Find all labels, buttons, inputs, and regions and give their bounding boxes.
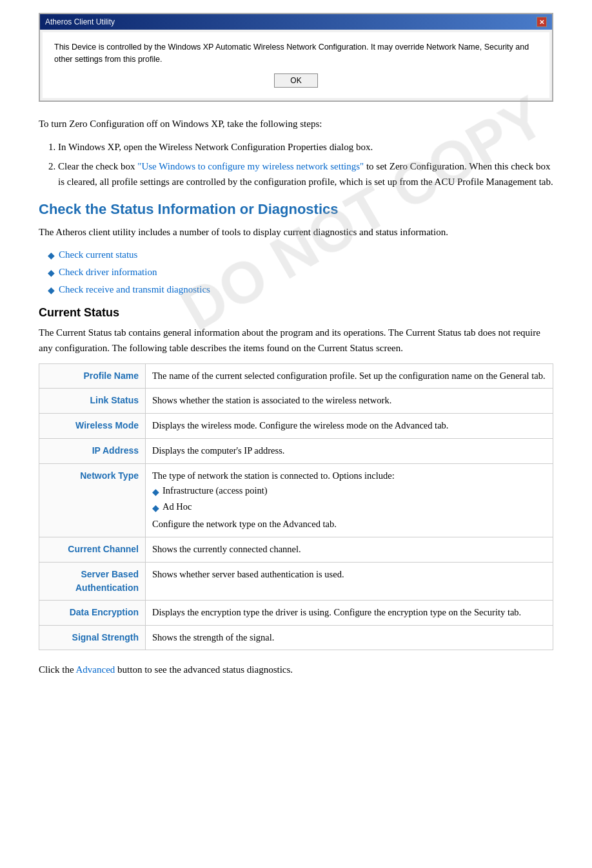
dialog-title-bar: Atheros Client Utility ✕ [40, 14, 552, 30]
table-cell-label: Current Channel [39, 537, 146, 563]
table-bullet-diamond: ◆ [152, 485, 159, 499]
footer-prefix: Click the [39, 664, 76, 675]
main-section-heading: Check the Status Information or Diagnost… [39, 201, 553, 218]
steps-list: In Windows XP, open the Wireless Network… [58, 139, 553, 189]
bullet-item-1: ◆ Check driver information [48, 265, 553, 280]
bullet-item-2: ◆ Check receive and transmit diagnostics [48, 282, 553, 297]
footer-suffix: button to see the advanced status diagno… [115, 664, 293, 675]
table-cell-value: Shows whether server based authenticatio… [146, 562, 553, 600]
table-bullet-item: ◆Ad Hoc [152, 500, 546, 515]
table-row: Server Based AuthenticationShows whether… [39, 562, 553, 600]
intro-paragraph: To turn Zero Configuration off on Window… [39, 116, 553, 131]
dialog-body-text: This Device is controlled by the Windows… [54, 41, 538, 66]
dialog-close-button[interactable]: ✕ [537, 17, 547, 27]
table-row: Data EncryptionDisplays the encryption t… [39, 600, 553, 625]
table-cell-value: Shows the strength of the signal. [146, 625, 553, 650]
table-bullet-diamond: ◆ [152, 501, 159, 515]
dialog-window: Atheros Client Utility ✕ This Device is … [39, 13, 553, 102]
table-row: Profile NameThe name of the current sele… [39, 363, 553, 389]
table-row: Network TypeThe type of network the stat… [39, 463, 553, 537]
sub-section-heading: Current Status [39, 306, 553, 320]
bullet-link-0[interactable]: Check current status [59, 247, 137, 262]
table-cell-value: Displays the wireless mode. Configure th… [146, 414, 553, 439]
bullet-link-2[interactable]: Check receive and transmit diagnostics [59, 282, 210, 297]
table-cell-value: The type of network the station is conne… [146, 463, 553, 537]
table-cell-value: Displays the computer's IP address. [146, 438, 553, 463]
bullet-list: ◆ Check current status ◆ Check driver in… [48, 247, 553, 297]
bullet-diamond-2: ◆ [48, 284, 55, 297]
bullet-diamond-1: ◆ [48, 266, 55, 280]
table-row: Link StatusShows whether the station is … [39, 389, 553, 414]
current-status-para: The Current Status tab contains general … [39, 325, 553, 356]
table-cell-label: Data Encryption [39, 600, 146, 625]
table-cell-label: Wireless Mode [39, 414, 146, 439]
table-row: Signal StrengthShows the strength of the… [39, 625, 553, 650]
table-cell-label: IP Address [39, 438, 146, 463]
table-cell-value: Displays the encryption type the driver … [146, 600, 553, 625]
main-section-para: The Atheros client utility includes a nu… [39, 224, 553, 240]
table-cell-label: Link Status [39, 389, 146, 414]
table-bullet-item: ◆Infrastructure (access point) [152, 484, 546, 499]
dialog-body: This Device is controlled by the Windows… [43, 32, 549, 98]
table-row: Current ChannelShows the currently conne… [39, 537, 553, 563]
table-cell-value: Shows whether the station is associated … [146, 389, 553, 414]
step-1: In Windows XP, open the Wireless Network… [58, 139, 553, 155]
table-cell-label: Server Based Authentication [39, 562, 146, 600]
zero-config-link[interactable]: "Use Windows to configure my wireless ne… [137, 161, 364, 171]
bullet-link-1[interactable]: Check driver information [59, 265, 157, 280]
table-cell-label: Profile Name [39, 363, 146, 389]
table-cell-label: Signal Strength [39, 625, 146, 650]
bullet-diamond-0: ◆ [48, 249, 55, 262]
dialog-ok-button[interactable]: OK [274, 73, 317, 88]
dialog-title: Atheros Client Utility [45, 17, 115, 26]
bullet-item-0: ◆ Check current status [48, 247, 553, 262]
footer-paragraph: Click the Advanced button to see the adv… [39, 662, 553, 677]
table-row: Wireless ModeDisplays the wireless mode.… [39, 414, 553, 439]
advanced-link[interactable]: Advanced [76, 664, 115, 675]
table-cell-value: The name of the current selected configu… [146, 363, 553, 389]
table-row: IP AddressDisplays the computer's IP add… [39, 438, 553, 463]
table-cell-label: Network Type [39, 463, 146, 537]
table-cell-value: Shows the currently connected channel. [146, 537, 553, 563]
status-table: Profile NameThe name of the current sele… [39, 363, 553, 651]
step-2: Clear the check box "Use Windows to conf… [58, 159, 553, 189]
